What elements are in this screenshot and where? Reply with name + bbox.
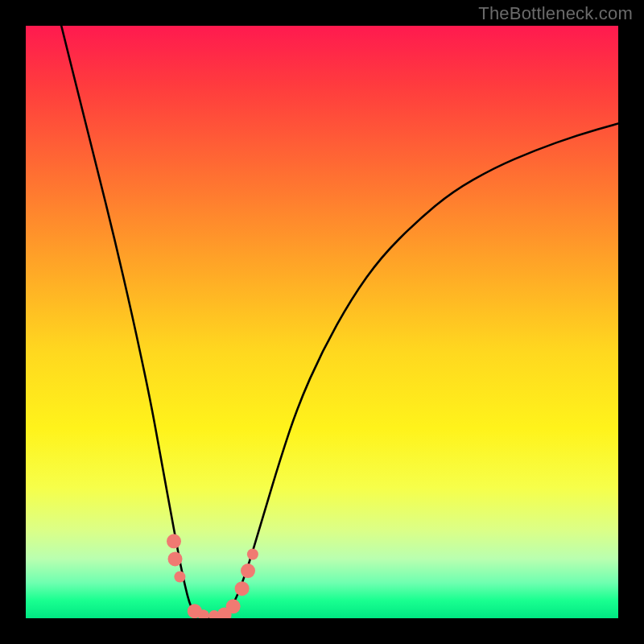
curve-marker [235, 581, 250, 596]
curve-marker [167, 534, 181, 548]
curve-marker [168, 551, 183, 566]
curve-svg [26, 26, 618, 618]
plot-area [26, 26, 618, 618]
curve-marker [247, 549, 258, 560]
curve-marker [226, 599, 241, 613]
curve-marker [241, 564, 255, 578]
curve-marker [174, 572, 185, 583]
bottleneck-curve [61, 26, 618, 618]
outer-frame: TheBottleneck.com [0, 0, 644, 644]
watermark-text: TheBottleneck.com [478, 3, 633, 24]
curve-markers [167, 534, 258, 618]
